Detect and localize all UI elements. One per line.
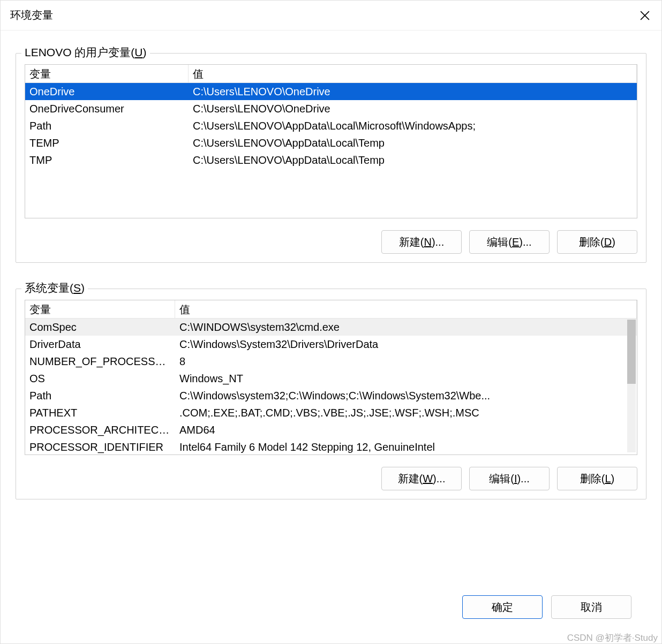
system-vars-listview[interactable]: 变量 值 ComSpecC:\WINDOWS\system32\cmd.exeD… [25, 300, 637, 455]
table-row[interactable]: ComSpecC:\WINDOWS\system32\cmd.exe [25, 319, 637, 336]
var-value-cell: .COM;.EXE;.BAT;.CMD;.VBS;.VBE;.JS;.JSE;.… [175, 406, 637, 420]
system-edit-button[interactable]: 编辑(I)... [469, 467, 550, 490]
cancel-button[interactable]: 取消 [551, 595, 631, 619]
close-button[interactable] [633, 3, 657, 28]
var-value-cell: Windows_NT [175, 372, 637, 386]
table-row[interactable]: NUMBER_OF_PROCESSORS8 [25, 353, 637, 370]
table-row[interactable]: OneDriveConsumerC:\Users\LENOVO\OneDrive [25, 100, 637, 117]
var-name-cell: ComSpec [25, 320, 175, 335]
user-edit-button[interactable]: 编辑(E)... [469, 230, 550, 254]
var-value-cell: AMD64 [175, 423, 637, 437]
env-vars-dialog: 环境变量 LENOVO 的用户变量(U) 变量 值 OneDriveC:\Use… [0, 0, 662, 644]
table-row[interactable]: PROCESSOR_IDENTIFIERIntel64 Family 6 Mod… [25, 438, 637, 455]
var-name-cell: PROCESSOR_ARCHITECTU... [25, 423, 175, 437]
var-value-cell: C:\Users\LENOVO\AppData\Local\Temp [189, 136, 637, 150]
table-row[interactable]: TEMPC:\Users\LENOVO\AppData\Local\Temp [25, 134, 637, 151]
user-col-value[interactable]: 值 [189, 65, 637, 82]
user-vars-legend: LENOVO 的用户变量(U) [21, 45, 150, 60]
table-row[interactable]: PROCESSOR_ARCHITECTU...AMD64 [25, 421, 637, 438]
user-col-variable[interactable]: 变量 [25, 65, 189, 82]
user-delete-button[interactable]: 删除(D) [557, 230, 637, 254]
table-row[interactable]: DriverDataC:\Windows\System32\Drivers\Dr… [25, 336, 637, 353]
var-name-cell: OneDriveConsumer [25, 102, 189, 116]
dialog-footer: 确定 取消 [16, 580, 646, 634]
user-vars-listview[interactable]: 变量 值 OneDriveC:\Users\LENOVO\OneDriveOne… [25, 64, 637, 218]
system-col-value[interactable]: 值 [175, 300, 637, 318]
table-row[interactable]: OneDriveC:\Users\LENOVO\OneDrive [25, 83, 637, 100]
ok-button[interactable]: 确定 [462, 595, 543, 619]
dialog-title: 环境变量 [10, 8, 53, 22]
system-listview-header: 变量 值 [25, 300, 637, 319]
system-col-variable[interactable]: 变量 [25, 300, 175, 318]
var-value-cell: C:\Users\LENOVO\OneDrive [189, 85, 637, 99]
var-value-cell: C:\Windows\system32;C:\Windows;C:\Window… [175, 389, 637, 403]
var-name-cell: TEMP [25, 136, 189, 150]
system-vars-group: 系统变量(S) 变量 值 ComSpecC:\WINDOWS\system32\… [16, 289, 646, 499]
var-value-cell: C:\WINDOWS\system32\cmd.exe [175, 320, 637, 335]
table-row[interactable]: PATHEXT.COM;.EXE;.BAT;.CMD;.VBS;.VBE;.JS… [25, 404, 637, 421]
var-name-cell: OS [25, 372, 175, 386]
table-row[interactable]: TMPC:\Users\LENOVO\AppData\Local\Temp [25, 151, 637, 169]
system-vars-legend: 系统变量(S) [21, 281, 88, 296]
system-listview-body: ComSpecC:\WINDOWS\system32\cmd.exeDriver… [25, 319, 637, 455]
close-icon [640, 11, 650, 20]
var-name-cell: TMP [25, 153, 189, 168]
system-scrollbar-thumb[interactable] [627, 320, 636, 384]
titlebar: 环境变量 [1, 1, 661, 31]
table-row[interactable]: PathC:\Users\LENOVO\AppData\Local\Micros… [25, 117, 637, 134]
var-value-cell: C:\Users\LENOVO\AppData\Local\Microsoft\… [189, 119, 637, 133]
user-button-row: 新建(N)... 编辑(E)... 删除(D) [25, 230, 637, 254]
user-vars-group: LENOVO 的用户变量(U) 变量 值 OneDriveC:\Users\LE… [16, 53, 646, 263]
user-new-button[interactable]: 新建(N)... [381, 230, 462, 254]
var-value-cell: C:\Users\LENOVO\OneDrive [189, 102, 637, 116]
var-name-cell: PATHEXT [25, 406, 175, 420]
system-button-row: 新建(W)... 编辑(I)... 删除(L) [25, 467, 637, 490]
user-listview-body: OneDriveC:\Users\LENOVO\OneDriveOneDrive… [25, 83, 637, 169]
user-listview-header: 变量 值 [25, 65, 637, 83]
var-name-cell: OneDrive [25, 85, 189, 99]
var-name-cell: Path [25, 119, 189, 133]
table-row[interactable]: PathC:\Windows\system32;C:\Windows;C:\Wi… [25, 387, 637, 404]
dialog-content: LENOVO 的用户变量(U) 变量 值 OneDriveC:\Users\LE… [1, 31, 661, 643]
var-value-cell: C:\Users\LENOVO\AppData\Local\Temp [189, 153, 637, 168]
var-name-cell: Path [25, 389, 175, 403]
system-delete-button[interactable]: 删除(L) [557, 467, 637, 490]
var-name-cell: PROCESSOR_IDENTIFIER [25, 440, 175, 454]
var-value-cell: 8 [175, 354, 637, 369]
var-value-cell: C:\Windows\System32\Drivers\DriverData [175, 337, 637, 352]
system-new-button[interactable]: 新建(W)... [381, 467, 462, 490]
var-value-cell: Intel64 Family 6 Model 142 Stepping 12, … [175, 440, 637, 454]
table-row[interactable]: OSWindows_NT [25, 370, 637, 387]
var-name-cell: DriverData [25, 337, 175, 352]
var-name-cell: NUMBER_OF_PROCESSORS [25, 354, 175, 369]
